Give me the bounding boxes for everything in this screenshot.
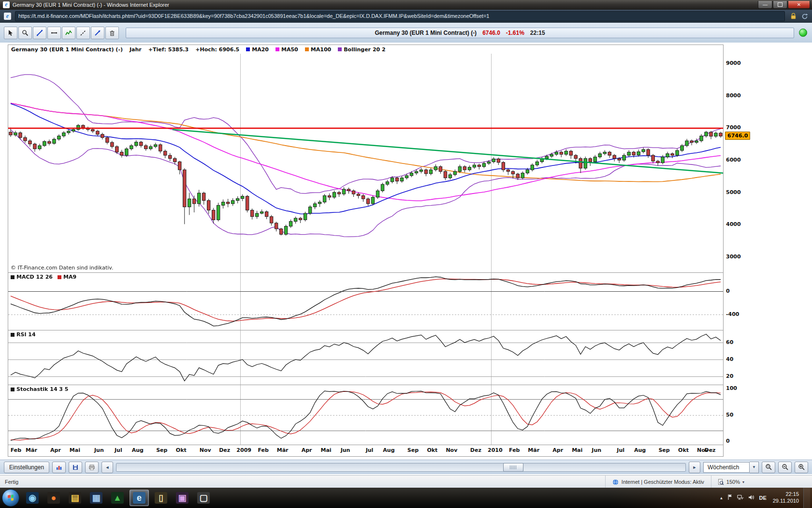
x-axis-label: Aug [383, 447, 394, 453]
windows-taskbar: ◉●▤▦▲e▯▣▢ ▲ DE 22:15 29.11.2010 [0, 488, 812, 508]
x-axis-label: Okt [678, 447, 689, 453]
screen: { "window": { "title": "Germany 30 (EUR … [0, 0, 812, 508]
arrow-line-tool-button[interactable] [91, 27, 104, 39]
arrow-line-icon [94, 30, 101, 36]
zoom-dropdown-icon[interactable]: ▾ [742, 480, 744, 484]
photo-viewer-taskbar-button[interactable]: ▢ [194, 490, 213, 506]
status-text: Fertig [5, 479, 18, 485]
delete-drawings-tool-button[interactable] [105, 27, 119, 39]
start-button[interactable] [2, 489, 19, 507]
ma20-swatch-icon [246, 47, 250, 51]
interval-control: Wöchentlich ▼ [703, 462, 759, 473]
rsi-chart-canvas[interactable] [8, 330, 723, 385]
legend-low: +Tief: 5385.3 [148, 46, 188, 53]
indicator-chart-button[interactable] [52, 462, 66, 473]
url-input[interactable]: https://t.md.it-finance.com/MDFlash/itch… [15, 11, 785, 21]
chart-region: Germany 30 (EUR 1 Mini Contract) (-) Jah… [8, 45, 724, 457]
interval-select[interactable]: Wöchentlich [703, 462, 750, 473]
settings-button[interactable]: Einstellungen [4, 462, 49, 473]
volume-icon[interactable] [748, 493, 754, 502]
x-axis-label: Feb [11, 447, 21, 453]
quote-instrument: Germany 30 (EUR 1 Mini Contract) (-) [375, 30, 477, 36]
freehand-icon [65, 30, 72, 36]
interval-dropdown-button[interactable]: ▼ [750, 462, 759, 473]
network-icon[interactable] [737, 493, 744, 502]
zoom-in-icon [798, 463, 805, 471]
x-axis-label: Sep [156, 447, 167, 453]
period-selector[interactable]: Jahr [130, 46, 142, 53]
dashed-line-tool-button[interactable] [76, 27, 90, 39]
trendline-icon [36, 30, 43, 36]
windows-explorer-taskbar-button[interactable]: ▤ [66, 490, 84, 506]
print-button[interactable] [85, 462, 99, 473]
minimize-button[interactable]: — [758, 1, 772, 9]
show-desktop-button[interactable] [803, 488, 810, 508]
drawing-tools [4, 27, 119, 39]
freehand-tool-button[interactable] [62, 27, 75, 39]
x-axis-label: Mär [277, 447, 289, 453]
url-text: https://t.md.it-finance.com/MDFlash/itch… [18, 13, 489, 19]
stocks-app-taskbar-button[interactable]: ▲ [108, 490, 127, 506]
notes-app-icon: ▯ [155, 492, 167, 504]
zoom-in-button[interactable] [795, 462, 808, 473]
x-axis-label: Dez [219, 447, 230, 453]
zone-text: Internet | Geschützter Modus: Aktiv [622, 479, 704, 485]
settings-app-taskbar-button[interactable]: ▣ [173, 490, 191, 506]
macd-chart-canvas[interactable] [8, 273, 723, 330]
x-axis-label: Jun [592, 447, 601, 453]
connection-status-icon [799, 29, 807, 37]
chart-legend: Germany 30 (EUR 1 Mini Contract) (-) Jah… [8, 45, 723, 54]
stochastic-chart-canvas[interactable] [8, 385, 723, 445]
maximize-button[interactable] [773, 1, 787, 9]
notes-app-taskbar-button[interactable]: ▯ [152, 490, 170, 506]
action-center-icon[interactable] [727, 493, 733, 502]
security-lock-icon[interactable] [789, 12, 798, 21]
chart-scrollbar-track[interactable] [116, 463, 686, 472]
axis-tick-label: -400 [726, 311, 740, 317]
horizontal-line-tool-button[interactable] [47, 27, 61, 39]
rsi-swatch-icon [11, 333, 14, 337]
axis-tick-label: 3000 [726, 254, 741, 260]
media-center-icon: ◉ [26, 492, 39, 504]
photo-viewer-icon: ▢ [197, 492, 210, 504]
scroll-right-button[interactable]: ► [689, 462, 700, 473]
quote-change: -1.61% [506, 30, 524, 36]
macd-signal-legend: MA9 [58, 274, 76, 280]
zoom-tool-button[interactable] [18, 27, 32, 39]
legend-ma50: MA50 [276, 46, 298, 53]
tray-expand-icon[interactable]: ▲ [720, 496, 724, 500]
axis-tick-label: 8000 [726, 92, 741, 99]
zoom-area-icon [765, 463, 772, 471]
office-app-taskbar-button[interactable]: ▦ [87, 490, 105, 506]
internet-explorer-taskbar-button[interactable]: e [130, 490, 149, 506]
last-price-tag: 6746.0 [725, 132, 750, 140]
pointer-tool-button[interactable] [4, 27, 17, 39]
zoom-out-button[interactable] [778, 462, 792, 473]
quote-price: 6746.0 [482, 30, 500, 36]
chart-scrollbar-thumb[interactable] [503, 463, 523, 472]
save-button[interactable] [69, 462, 82, 473]
chart-toolbar: Germany 30 (EUR 1 Mini Contract) (-) 674… [0, 23, 812, 43]
page-favicon-icon: e [4, 13, 11, 20]
x-axis-label: Apr [50, 447, 61, 453]
bollinger-swatch-icon [338, 47, 342, 51]
x-axis-label: Jul [115, 447, 122, 453]
zoom-area-button[interactable] [762, 462, 775, 473]
scroll-left-button[interactable]: ◄ [102, 462, 113, 473]
page-zoom-control[interactable]: 150% ▾ [711, 476, 750, 488]
bar-chart-icon [56, 464, 62, 471]
x-axis-label: Dez [470, 447, 481, 453]
refresh-icon[interactable] [800, 12, 809, 21]
media-player-taskbar-button[interactable]: ● [44, 490, 63, 506]
price-chart-canvas[interactable] [8, 54, 723, 272]
taskbar-clock[interactable]: 22:15 29.11.2010 [773, 491, 799, 505]
close-button[interactable]: ✕ [788, 1, 810, 9]
x-axis-label: Feb [509, 447, 520, 453]
price-panel: © IT-Finance.com Daten sind indikativ. [8, 54, 723, 272]
trendline-tool-button[interactable] [33, 27, 46, 39]
window-titlebar[interactable]: e Germany 30 (EUR 1 Mini Contract) (-) -… [0, 0, 812, 10]
x-axis-label: Aug [132, 447, 144, 453]
x-axis-label: Dez [705, 447, 716, 453]
language-indicator[interactable]: DE [759, 495, 766, 501]
media-center-taskbar-button[interactable]: ◉ [23, 490, 42, 506]
